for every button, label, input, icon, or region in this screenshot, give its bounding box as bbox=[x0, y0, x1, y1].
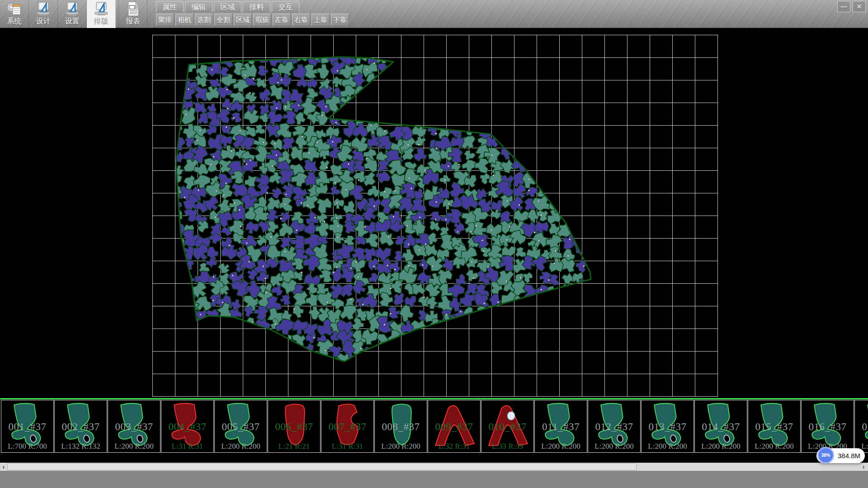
minimize-button[interactable]: — bbox=[837, 1, 850, 12]
tool-button-snap-down[interactable]: 下靠 bbox=[331, 14, 349, 26]
part-name: 013_#37 bbox=[642, 421, 693, 433]
part-cell-012_#37[interactable]: 012_#37L:200 R:200 bbox=[588, 400, 641, 453]
module-button-settings[interactable]: 设置 bbox=[58, 0, 87, 28]
part-quantity: L:32 R:31 bbox=[428, 442, 480, 451]
part-cell-010_#37[interactable]: 010_#37L:33 R:33 bbox=[481, 400, 534, 453]
module-button-layout[interactable]: 排版 bbox=[87, 0, 116, 28]
close-button[interactable]: ✕ bbox=[853, 1, 866, 12]
menu-tab-properties[interactable]: 属性 bbox=[156, 1, 184, 12]
part-cell-006_#37[interactable]: 006_#37L:21 R:21 bbox=[268, 400, 321, 453]
module-label-report: 报表 bbox=[126, 17, 140, 25]
window-controls: — ✕ bbox=[837, 1, 866, 12]
status-footer bbox=[0, 471, 868, 488]
part-name: 016_#37 bbox=[802, 421, 854, 433]
tool-button-defect[interactable]: 瑕疵 bbox=[253, 14, 271, 26]
part-name: 004_#37 bbox=[161, 421, 213, 433]
part-quantity: L:21 R:21 bbox=[268, 442, 320, 451]
tool-button-snap-left[interactable]: 左靠 bbox=[273, 14, 291, 26]
part-quantity: L:31 R:31 bbox=[321, 442, 373, 451]
part-cell-008_#37[interactable]: 008_#37L:200 R:200 bbox=[374, 400, 427, 453]
top-toolbar: 系统 设计 设置 排版 报表 属性编辑区域排料交互 聚排相机选割全割区域瑕疵左靠… bbox=[0, 0, 868, 28]
report-doc-icon bbox=[124, 1, 142, 17]
part-quantity: L:33 R:33 bbox=[481, 442, 533, 451]
module-label-settings: 设置 bbox=[65, 17, 80, 25]
part-name: 014_#37 bbox=[695, 421, 747, 433]
part-cell-013_#37[interactable]: 013_#37L:200 R:200 bbox=[641, 400, 694, 453]
progress-percent: 38% bbox=[821, 453, 830, 458]
part-name: 005_#37 bbox=[215, 421, 267, 433]
settings-ruler-icon bbox=[63, 1, 81, 17]
tool-button-select-cut[interactable]: 选割 bbox=[195, 14, 213, 26]
part-cell-016_#37[interactable]: 016_#37L:200 R:200 bbox=[801, 400, 854, 453]
download-badge[interactable]: 38% 384.8M bbox=[816, 448, 865, 463]
progress-circle: 38% bbox=[817, 447, 834, 464]
menu-tab-bar: 属性编辑区域排料交互 bbox=[156, 1, 299, 12]
nesting-canvas[interactable] bbox=[0, 28, 868, 398]
module-button-report[interactable]: 报表 bbox=[118, 0, 147, 28]
part-quantity: L:200 R:200 bbox=[642, 442, 693, 451]
part-quantity: L:700 R:700 bbox=[1, 442, 53, 451]
part-quantity: L:200 R:200 bbox=[748, 442, 800, 451]
menu-tab-interact[interactable]: 交互 bbox=[272, 1, 299, 12]
system-gear-icon bbox=[5, 1, 24, 17]
part-cell-007_#37[interactable]: 007_#37L:31 R:31 bbox=[321, 400, 374, 453]
part-name: 015_#37 bbox=[748, 421, 800, 433]
scrollbar-thumb[interactable] bbox=[7, 463, 637, 470]
module-buttons: 系统 设计 设置 排版 报表 bbox=[0, 0, 147, 28]
part-cell-005_#37[interactable]: 005_#37L:200 R:200 bbox=[214, 400, 267, 453]
part-cell-009_#37[interactable]: 009_#37L:32 R:31 bbox=[428, 400, 481, 453]
part-quantity: L:31 R:31 bbox=[161, 442, 213, 451]
leather-hide-nesting bbox=[0, 28, 868, 398]
part-name: 007_#37 bbox=[321, 421, 373, 433]
part-name: 001_#37 bbox=[1, 421, 53, 433]
part-cell-017_#37[interactable]: 017_#37L:200 R:200 bbox=[854, 400, 868, 453]
part-name: 008_#37 bbox=[375, 421, 427, 433]
parts-strip: 001_#37L:700 R:700 002_#37L:132 R:132 00… bbox=[0, 399, 868, 463]
menu-tab-nesting[interactable]: 排料 bbox=[243, 1, 270, 12]
part-quantity: L:200 R:200 bbox=[375, 442, 427, 451]
part-name: 002_#37 bbox=[55, 421, 107, 433]
part-cell-014_#37[interactable]: 014_#37L:200 R:200 bbox=[694, 400, 747, 453]
menu-tab-edit[interactable]: 编辑 bbox=[185, 1, 212, 12]
part-quantity: L:200 R:200 bbox=[108, 442, 160, 451]
part-cell-002_#37[interactable]: 002_#37L:132 R:132 bbox=[54, 400, 107, 453]
menu-tab-region[interactable]: 区域 bbox=[214, 1, 241, 12]
part-name: 011_#37 bbox=[535, 421, 587, 433]
scroll-left-arrow[interactable]: ‹ bbox=[0, 463, 7, 471]
tool-button-snap-right[interactable]: 右靠 bbox=[292, 14, 310, 26]
module-label-layout: 排版 bbox=[94, 17, 108, 25]
scroll-right-arrow[interactable]: › bbox=[860, 463, 867, 471]
tool-button-cluster-nest[interactable]: 聚排 bbox=[156, 14, 174, 26]
horizontal-scrollbar[interactable]: ‹ › bbox=[0, 463, 868, 471]
part-name: 012_#37 bbox=[588, 421, 640, 433]
part-quantity: L:200 R:200 bbox=[588, 442, 640, 451]
part-cell-003_#37[interactable]: 003_#37L:200 R:200 bbox=[108, 400, 160, 453]
tool-button-cut-all[interactable]: 全割 bbox=[214, 14, 232, 26]
part-cell-004_#37[interactable]: 004_#37L:31 R:31 bbox=[161, 400, 214, 453]
part-quantity: L:132 R:132 bbox=[55, 442, 107, 451]
layout-ruler-icon bbox=[92, 1, 110, 17]
tool-button-snap-up[interactable]: 上靠 bbox=[311, 14, 330, 26]
module-label-system: 系统 bbox=[7, 17, 22, 25]
tool-button-bar: 聚排相机选割全割区域瑕疵左靠右靠上靠下靠 bbox=[156, 14, 349, 26]
download-size: 384.8M bbox=[838, 452, 860, 460]
part-name: 017_#37 bbox=[855, 421, 868, 433]
design-ruler-icon bbox=[34, 1, 52, 17]
part-quantity: L:200 R:200 bbox=[535, 442, 587, 451]
module-button-design[interactable]: 设计 bbox=[29, 0, 58, 28]
module-label-design: 设计 bbox=[36, 17, 51, 25]
part-name: 006_#37 bbox=[268, 421, 320, 433]
part-name: 003_#37 bbox=[108, 421, 160, 433]
part-name: 010_#37 bbox=[481, 421, 533, 433]
part-name: 009_#37 bbox=[428, 421, 480, 433]
part-cell-011_#37[interactable]: 011_#37L:200 R:200 bbox=[534, 400, 587, 453]
part-cell-001_#37[interactable]: 001_#37L:700 R:700 bbox=[1, 400, 54, 453]
part-quantity: L:200 R:200 bbox=[215, 442, 267, 451]
tool-button-camera[interactable]: 相机 bbox=[175, 14, 193, 26]
module-button-system[interactable]: 系统 bbox=[0, 0, 29, 28]
tool-button-region[interactable]: 区域 bbox=[234, 14, 252, 26]
part-quantity: L:200 R:200 bbox=[695, 442, 747, 451]
part-cell-015_#37[interactable]: 015_#37L:200 R:200 bbox=[748, 400, 801, 453]
